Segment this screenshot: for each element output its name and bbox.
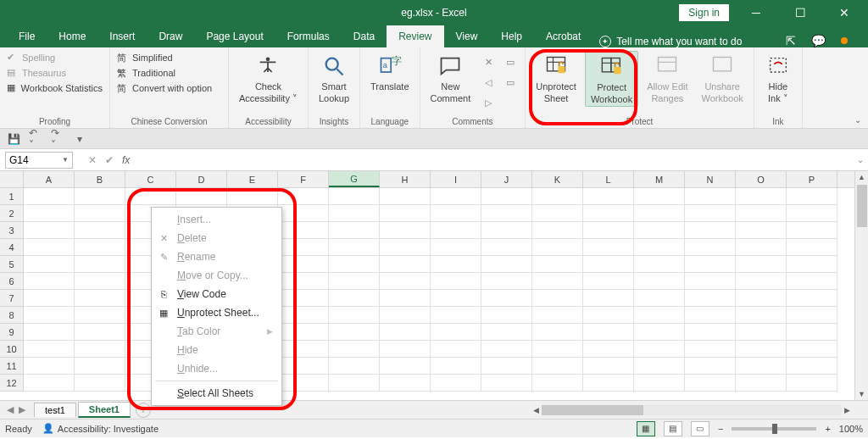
cell-L9[interactable] bbox=[583, 324, 634, 341]
tab-formulas[interactable]: Formulas bbox=[275, 25, 342, 47]
column-header-C[interactable]: C bbox=[125, 171, 176, 187]
cell-L1[interactable] bbox=[583, 188, 634, 205]
select-all-cells[interactable] bbox=[0, 171, 24, 187]
cell-J12[interactable] bbox=[481, 375, 532, 392]
cell-F9[interactable] bbox=[278, 324, 329, 341]
cell-M5[interactable] bbox=[634, 256, 685, 273]
row-header-1[interactable]: 1 bbox=[0, 188, 24, 205]
row-header-2[interactable]: 2 bbox=[0, 205, 24, 222]
cell-B8[interactable] bbox=[75, 307, 125, 324]
hscroll-right[interactable]: ▶ bbox=[842, 406, 853, 414]
cell-K4[interactable] bbox=[532, 239, 583, 256]
cell-I12[interactable] bbox=[431, 375, 481, 392]
close-button[interactable]: ✕ bbox=[827, 0, 861, 25]
cell-I3[interactable] bbox=[431, 222, 481, 239]
cell-G5[interactable] bbox=[329, 256, 380, 273]
signin-button[interactable]: Sign in bbox=[679, 4, 729, 21]
cell-A10[interactable] bbox=[24, 341, 75, 358]
cell-B10[interactable] bbox=[75, 341, 125, 358]
cell-H9[interactable] bbox=[380, 324, 431, 341]
cell-F10[interactable] bbox=[278, 341, 329, 358]
cell-F8[interactable] bbox=[278, 307, 329, 324]
cell-N12[interactable] bbox=[685, 375, 736, 392]
minimize-button[interactable]: ─ bbox=[739, 0, 773, 25]
smart-lookup-button[interactable]: Smart Lookup bbox=[314, 51, 354, 105]
column-header-O[interactable]: O bbox=[736, 171, 787, 187]
cell-O1[interactable] bbox=[736, 188, 787, 205]
cell-M2[interactable] bbox=[634, 205, 685, 222]
cell-P10[interactable] bbox=[787, 341, 837, 358]
cell-P12[interactable] bbox=[787, 375, 837, 392]
cell-P1[interactable] bbox=[787, 188, 837, 205]
cell-H2[interactable] bbox=[380, 205, 431, 222]
cell-M12[interactable] bbox=[634, 375, 685, 392]
row-header-7[interactable]: 7 bbox=[0, 290, 24, 307]
cell-L8[interactable] bbox=[583, 307, 634, 324]
sheet-nav-next[interactable]: ▶ bbox=[19, 404, 25, 415]
cell-L12[interactable] bbox=[583, 375, 634, 392]
row-header-10[interactable]: 10 bbox=[0, 341, 24, 358]
cell-F6[interactable] bbox=[278, 273, 329, 290]
column-header-G[interactable]: G bbox=[329, 171, 380, 187]
row-header-11[interactable]: 11 bbox=[0, 358, 24, 375]
cell-L11[interactable] bbox=[583, 358, 634, 375]
cell-N10[interactable] bbox=[685, 341, 736, 358]
cell-J7[interactable] bbox=[481, 290, 532, 307]
zoom-out-button[interactable]: − bbox=[718, 424, 723, 434]
horizontal-scrollbar[interactable]: ◀ ▶ bbox=[531, 404, 853, 416]
cell-J10[interactable] bbox=[481, 341, 532, 358]
qat-customize-button[interactable]: ▾ bbox=[73, 132, 86, 146]
cell-M10[interactable] bbox=[634, 341, 685, 358]
cell-G10[interactable] bbox=[329, 341, 380, 358]
cell-O7[interactable] bbox=[736, 290, 787, 307]
cell-J6[interactable] bbox=[481, 273, 532, 290]
normal-view-button[interactable]: ▦ bbox=[637, 421, 655, 436]
tab-file[interactable]: File bbox=[7, 25, 47, 47]
cell-B2[interactable] bbox=[75, 205, 125, 222]
cell-J5[interactable] bbox=[481, 256, 532, 273]
cell-I7[interactable] bbox=[431, 290, 481, 307]
row-header-12[interactable]: 12 bbox=[0, 375, 24, 392]
cell-H8[interactable] bbox=[380, 307, 431, 324]
cell-L7[interactable] bbox=[583, 290, 634, 307]
cell-N3[interactable] bbox=[685, 222, 736, 239]
zoom-slider[interactable] bbox=[732, 427, 816, 431]
cell-B6[interactable] bbox=[75, 273, 125, 290]
cell-A8[interactable] bbox=[24, 307, 75, 324]
tab-insert[interactable]: Insert bbox=[97, 25, 147, 47]
cell-P2[interactable] bbox=[787, 205, 837, 222]
tab-acrobat[interactable]: Acrobat bbox=[534, 25, 593, 47]
cell-G1[interactable] bbox=[329, 188, 380, 205]
cell-G2[interactable] bbox=[329, 205, 380, 222]
cell-K1[interactable] bbox=[532, 188, 583, 205]
undo-button[interactable]: ↶ ˅ bbox=[29, 132, 42, 146]
cell-F11[interactable] bbox=[278, 358, 329, 375]
cell-O11[interactable] bbox=[736, 358, 787, 375]
cell-N4[interactable] bbox=[685, 239, 736, 256]
cell-K3[interactable] bbox=[532, 222, 583, 239]
cell-A1[interactable] bbox=[24, 188, 75, 205]
cell-O8[interactable] bbox=[736, 307, 787, 324]
cell-K11[interactable] bbox=[532, 358, 583, 375]
accessibility-status[interactable]: 👤 Accessibility: Investigate bbox=[42, 423, 159, 434]
column-header-N[interactable]: N bbox=[685, 171, 736, 187]
cell-I11[interactable] bbox=[431, 358, 481, 375]
cell-B1[interactable] bbox=[75, 188, 125, 205]
cell-K10[interactable] bbox=[532, 341, 583, 358]
tab-data[interactable]: Data bbox=[342, 25, 387, 47]
tab-review[interactable]: Review bbox=[387, 25, 443, 47]
row-header-8[interactable]: 8 bbox=[0, 307, 24, 324]
maximize-button[interactable]: ☐ bbox=[783, 0, 817, 25]
simplified-button[interactable]: 简Simplified bbox=[115, 51, 223, 64]
check-accessibility-button[interactable]: Check Accessibility ˅ bbox=[234, 51, 303, 106]
cell-F5[interactable] bbox=[278, 256, 329, 273]
cell-G11[interactable] bbox=[329, 358, 380, 375]
cell-G4[interactable] bbox=[329, 239, 380, 256]
translate-button[interactable]: a字 Translate bbox=[365, 51, 414, 105]
vertical-scrollbar[interactable]: ▲ ▼ bbox=[854, 171, 868, 400]
cell-J1[interactable] bbox=[481, 188, 532, 205]
hscroll-left[interactable]: ◀ bbox=[531, 406, 542, 414]
cell-P3[interactable] bbox=[787, 222, 837, 239]
cell-H11[interactable] bbox=[380, 358, 431, 375]
column-header-P[interactable]: P bbox=[787, 171, 837, 187]
